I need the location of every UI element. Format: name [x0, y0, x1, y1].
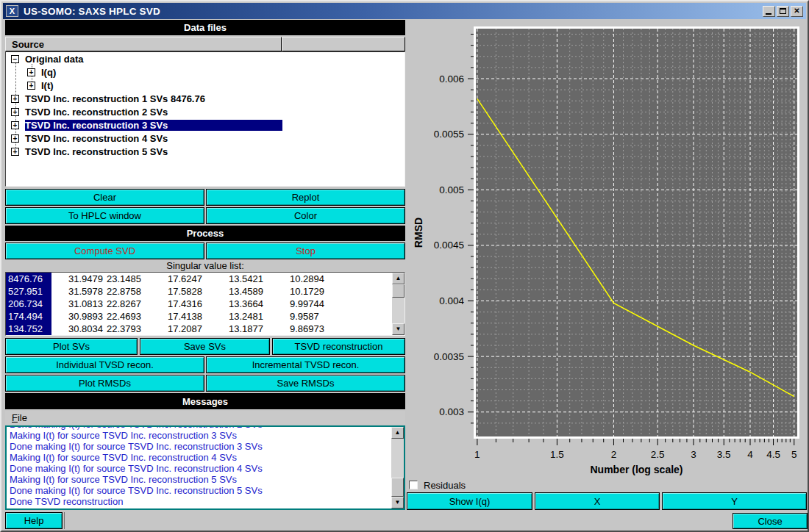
y-axis-button[interactable]: Y — [662, 492, 807, 510]
tree-item[interactable]: +I(q) — [6, 65, 404, 79]
sv-cell: 13.4589 — [229, 286, 290, 297]
titlebar[interactable]: X US-SOMO: SAXS HPLC SVD ✕ — [3, 3, 806, 19]
tree-item-label: I(t) — [41, 80, 54, 91]
sv-cell: 17.4138 — [168, 311, 229, 322]
sv-cell: 13.1877 — [229, 323, 290, 334]
sv-cell: 17.6247 — [168, 273, 229, 284]
source-column-header[interactable]: Source — [5, 37, 282, 51]
svg-text:1.5: 1.5 — [550, 449, 564, 460]
scroll-down-button[interactable]: ▼ — [392, 323, 404, 335]
source-tree: −Original data+I(q)+I(t)+TSVD Inc. recon… — [5, 51, 405, 187]
messages-header: Messages — [5, 393, 405, 409]
sv-cell: 31.0813 — [51, 298, 107, 309]
table-row[interactable]: 174.49430.989322.469317.413813.24819.958… — [6, 310, 404, 323]
scroll-down-icon: ▼ — [396, 326, 402, 332]
plus-expander-icon[interactable]: + — [27, 68, 35, 76]
plus-expander-icon[interactable]: + — [11, 148, 19, 156]
stop-button[interactable]: Stop — [206, 242, 405, 259]
sv-cell: 13.5421 — [229, 273, 290, 284]
plus-expander-icon[interactable]: + — [11, 108, 19, 116]
save-rmsds-button[interactable]: Save RMSDs — [206, 375, 405, 392]
message-line: Done TSVD reconstruction — [10, 496, 391, 507]
maximize-button[interactable] — [777, 6, 789, 17]
scrollbar-thumb[interactable] — [392, 284, 404, 298]
scroll-down-button[interactable]: ▼ — [391, 497, 404, 508]
message-line: Done making I(t) for source TSVD Inc. re… — [10, 463, 391, 474]
message-line: Done making I(t) for source TSVD Inc. re… — [10, 441, 391, 452]
scrollbar-thumb[interactable] — [391, 478, 404, 497]
plus-expander-icon[interactable]: + — [11, 95, 19, 103]
message-line: Making I(t) for source TSVD Inc. reconst… — [10, 430, 391, 441]
source-extra-column-header[interactable] — [282, 37, 405, 51]
scroll-up-button[interactable]: ▲ — [392, 273, 404, 284]
plus-expander-icon[interactable]: + — [11, 134, 19, 143]
svg-text:0.0035: 0.0035 — [434, 351, 464, 362]
sv-cell: 10.1729 — [290, 286, 351, 297]
save-svs-button[interactable]: Save SVs — [140, 338, 270, 355]
svg-text:0.0045: 0.0045 — [434, 240, 464, 251]
table-row[interactable]: 527.95131.597822.875817.582813.458910.17… — [6, 285, 404, 298]
plot-svs-button[interactable]: Plot SVs — [5, 338, 138, 355]
window-controls: ✕ — [763, 6, 803, 17]
tree-item[interactable]: +I(t) — [6, 79, 404, 92]
singular-value-table[interactable]: 8476.7631.947923.148517.624713.542110.28… — [5, 272, 405, 336]
help-button[interactable]: Help — [5, 512, 63, 529]
sv-selected-cell: 8476.76 — [6, 273, 51, 285]
minus-expander-icon[interactable]: − — [11, 55, 19, 63]
tree-item[interactable]: −Original data — [6, 52, 404, 65]
scroll-up-button[interactable]: ▲ — [391, 427, 404, 439]
sv-table-scrollbar[interactable]: ▲ ▼ — [392, 273, 404, 335]
incremental-tvsd-recon-button[interactable]: Incremental TVSD recon. — [206, 356, 405, 373]
sv-cell: 9.86973 — [290, 323, 351, 334]
plus-expander-icon[interactable]: + — [11, 121, 19, 129]
close-window-button[interactable]: ✕ — [791, 6, 803, 17]
svg-text:2.5: 2.5 — [651, 449, 665, 460]
svg-text:0.004: 0.004 — [439, 295, 464, 306]
minimize-button[interactable] — [763, 6, 775, 17]
scroll-up-icon: ▲ — [395, 430, 401, 436]
data-files-header: Data files — [5, 20, 405, 35]
svg-text:3.5: 3.5 — [717, 449, 731, 460]
svg-text:0.006: 0.006 — [439, 73, 464, 85]
svg-text:3: 3 — [691, 449, 696, 460]
messages-scrollbar[interactable]: ▲ ▼ — [391, 427, 404, 508]
sv-cell: 22.8267 — [107, 298, 168, 309]
svg-text:0.0055: 0.0055 — [434, 129, 464, 140]
tree-item[interactable]: +TSVD Inc. reconstruction 2 SVs — [6, 105, 404, 118]
table-row[interactable]: 8476.7631.947923.148517.624713.542110.28… — [6, 273, 404, 285]
clear-button[interactable]: Clear — [5, 189, 204, 206]
svg-text:0.003: 0.003 — [439, 406, 464, 417]
sv-cell: 22.4693 — [107, 311, 168, 322]
window-title: US-SOMO: SAXS HPLC SVD — [24, 6, 763, 17]
singular-value-list-label: Singular value list: — [5, 260, 405, 271]
x-axis-button[interactable]: X — [535, 492, 660, 510]
file-menu[interactable]: File — [12, 412, 27, 423]
sv-selected-cell: 174.494 — [6, 310, 51, 323]
table-row[interactable]: 134.75230.803422.379317.208713.18779.869… — [6, 323, 404, 335]
tree-item-label: TSVD Inc. reconstruction 1 SVs 8476.76 — [25, 93, 205, 104]
tsvd-reconstruction-button[interactable]: TSVD reconstruction — [272, 338, 405, 355]
plus-expander-icon[interactable]: + — [27, 82, 35, 90]
tree-item[interactable]: +TSVD Inc. reconstruction 1 SVs 8476.76 — [6, 92, 404, 105]
tree-item-label: TSVD Inc. reconstruction 3 SVs — [25, 120, 282, 131]
show-iq-button[interactable]: Show I(q) — [407, 492, 532, 510]
color-button[interactable]: Color — [206, 207, 405, 224]
svg-text:RMSD: RMSD — [413, 218, 424, 248]
residuals-checkbox[interactable] — [409, 481, 418, 489]
close-button[interactable]: Close — [733, 513, 808, 529]
compute-svd-button[interactable]: Compute SVD — [5, 242, 204, 259]
table-row[interactable]: 206.73431.081322.826717.431613.36649.997… — [6, 298, 404, 310]
tree-item[interactable]: +TSVD Inc. reconstruction 4 SVs — [6, 132, 404, 145]
sv-cell: 17.5828 — [168, 286, 229, 297]
individual-tvsd-recon-button[interactable]: Individual TVSD recon. — [5, 356, 204, 373]
tree-item[interactable]: +TSVD Inc. reconstruction 5 SVs — [6, 145, 404, 158]
tree-item-label: TSVD Inc. reconstruction 2 SVs — [25, 107, 168, 118]
plot-rmsds-button[interactable]: Plot RMSDs — [5, 375, 204, 392]
replot-button[interactable]: Replot — [206, 189, 405, 206]
maximize-icon — [780, 8, 786, 14]
to-hplc-window-button[interactable]: To HPLC window — [5, 207, 204, 224]
tree-item[interactable]: +TSVD Inc. reconstruction 3 SVs — [6, 118, 404, 132]
scroll-up-icon: ▲ — [396, 276, 402, 281]
sv-cell: 17.2087 — [168, 323, 229, 334]
messages-log[interactable]: Done making I(t) for source TSVD Inc. re… — [5, 425, 405, 510]
